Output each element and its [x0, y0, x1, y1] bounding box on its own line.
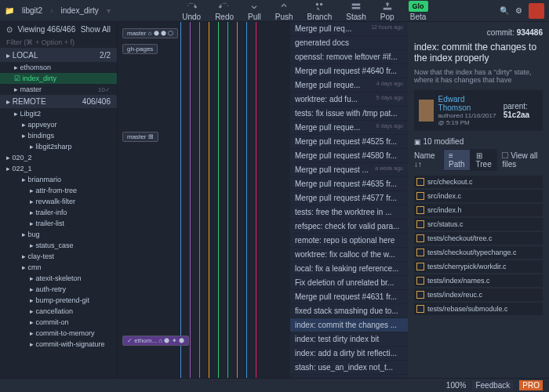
- filter-input[interactable]: Filter (⌘ + Option + f): [0, 37, 117, 49]
- file-row[interactable]: tests/checkout/typechange.c: [414, 246, 543, 259]
- file-row[interactable]: src/checkout.c: [414, 176, 543, 188]
- branch-tag[interactable]: ✓ ethom... ⌂ ⬣ ✦ ⬢: [122, 336, 189, 346]
- feedback-button[interactable]: Feedback: [472, 380, 513, 390]
- tree-item[interactable]: ▸ Libgit2: [0, 108, 117, 119]
- commit-row[interactable]: worktree: fix calloc of the w...: [290, 248, 408, 262]
- commit-row[interactable]: openssl: remove leftover #if...: [290, 50, 408, 64]
- status-bar: 100% Feedback PRO: [0, 378, 549, 392]
- pull-button[interactable]: Pull: [243, 0, 266, 23]
- branch-tag[interactable]: master ⊞: [122, 132, 158, 142]
- file-row[interactable]: tests/cherrypick/workdir.c: [414, 260, 543, 273]
- branch-tag[interactable]: master ⌂ ⬣ ⬢ ⬡: [122, 28, 178, 38]
- breadcrumb: 📁 libgit2 › index_dirty ▾: [5, 5, 111, 16]
- pro-badge[interactable]: PRO: [519, 380, 543, 390]
- commit-row[interactable]: Merge pull request #4577 fr...: [290, 191, 408, 205]
- commit-row[interactable]: index: add a dirty bit reflecti...: [290, 347, 408, 361]
- tree-item[interactable]: ▸ atexit-skeleton: [0, 273, 117, 284]
- tree-item[interactable]: ▸ appveyor: [0, 119, 117, 130]
- commit-row[interactable]: Fix deletion of unrelated br...: [290, 276, 408, 290]
- commit-row[interactable]: tests: fix issue with /tmp pat...: [290, 107, 408, 121]
- file-row[interactable]: tests/index/names.c: [414, 274, 543, 287]
- settings-icon[interactable]: ⚙: [515, 6, 522, 15]
- commit-row[interactable]: Merge pull request #4580 fr...: [290, 149, 408, 163]
- user-avatar[interactable]: [529, 3, 544, 19]
- local-branch[interactable]: ▸ ethomson: [0, 62, 117, 73]
- branch-crumb[interactable]: index_dirty: [56, 5, 103, 16]
- tree-item[interactable]: ▸ trailer-list: [0, 218, 117, 229]
- author-name[interactable]: Edward Thomson: [438, 95, 499, 112]
- tree-item[interactable]: ▸ 020_2: [0, 152, 117, 163]
- file-row[interactable]: src/status.c: [414, 218, 543, 230]
- tree-item[interactable]: ▸ clay-test: [0, 251, 117, 262]
- author-avatar: [419, 100, 434, 122]
- branch-tag[interactable]: gh-pages: [122, 44, 158, 54]
- commit-row[interactable]: refspec: check for valid para...: [290, 220, 408, 234]
- sidebar: ⊙Viewing 466/466Show All Filter (⌘ + Opt…: [0, 22, 118, 378]
- pop-button[interactable]: Pop: [376, 0, 399, 23]
- file-icon: [416, 249, 424, 256]
- tree-item[interactable]: ▸ commit-to-memory: [0, 328, 117, 339]
- tree-item[interactable]: ▸ 022_1: [0, 163, 117, 174]
- commit-row[interactable]: fixed stack smashing due to...: [290, 304, 408, 318]
- file-row[interactable]: src/index.c: [414, 190, 543, 202]
- commit-row[interactable]: remote: repo is optional here: [290, 234, 408, 248]
- remote-header[interactable]: ▸ REMOTE406/406: [0, 95, 117, 108]
- local-branch[interactable]: ☑ index_dirty: [0, 73, 117, 84]
- commit-row[interactable]: Merge pull request #4631 fr...: [290, 290, 408, 304]
- repo-crumb[interactable]: libgit2: [17, 5, 47, 16]
- commit-row[interactable]: Merge pull req...12 hours ago: [290, 22, 408, 36]
- tree-item[interactable]: ▸ trailer-info: [0, 207, 117, 218]
- file-icon: [416, 263, 424, 270]
- tree-item[interactable]: ▸ cancellation: [0, 306, 117, 317]
- local-header[interactable]: ▸ LOCAL2/2: [0, 49, 117, 62]
- commit-row[interactable]: Merge pull request #4640 fr...: [290, 64, 408, 78]
- tree-item[interactable]: ▸ libgit2sharp: [0, 141, 117, 152]
- zoom[interactable]: 100%: [446, 381, 467, 390]
- tree-item[interactable]: ▸ bindings: [0, 130, 117, 141]
- file-icon: [416, 206, 424, 214]
- file-row[interactable]: tests/checkout/tree.c: [414, 232, 543, 245]
- file-row[interactable]: tests/index/reuc.c: [414, 289, 543, 301]
- branch-button[interactable]: Branch: [303, 0, 337, 23]
- stash-button[interactable]: Stash: [341, 0, 371, 23]
- commit-row[interactable]: Merge pull request #4525 fr...: [290, 135, 408, 149]
- show-all[interactable]: Show All: [81, 25, 111, 34]
- commit-row[interactable]: worktree: add fu...5 days ago: [290, 93, 408, 107]
- search-icon[interactable]: 🔍: [500, 6, 509, 15]
- tree-item[interactable]: ▸ brianmario: [0, 174, 117, 185]
- tree-item[interactable]: ▸ commit-with-signature: [0, 339, 117, 350]
- file-icon: [416, 234, 424, 242]
- commit-row[interactable]: index: commit the changes ...: [290, 318, 408, 332]
- commit-row[interactable]: stash: use_an_index not_t...: [290, 361, 408, 375]
- commit-row[interactable]: generated docs: [290, 36, 408, 50]
- commit-row[interactable]: Merge pull reque...6 days ago: [290, 121, 408, 135]
- tree-item[interactable]: ▸ auth-retry: [0, 284, 117, 295]
- redo-button[interactable]: Redo: [210, 0, 238, 23]
- commit-row[interactable]: Merge pull request ...a week ago: [290, 163, 408, 177]
- view-all-checkbox[interactable]: [502, 152, 508, 158]
- commit-row[interactable]: local: fix a leaking reference...: [290, 262, 408, 276]
- tree-item[interactable]: ▸ bump-pretend-git: [0, 295, 117, 306]
- commit-row[interactable]: Merge pull request #4635 fr...: [290, 177, 408, 191]
- commit-row[interactable]: tests: free the worktree in ...: [290, 205, 408, 220]
- push-button[interactable]: Push: [271, 0, 298, 23]
- commit-details: commit: 934486 index: commit the changes…: [408, 22, 549, 378]
- glo-button[interactable]: GloBeta: [404, 0, 433, 23]
- commit-row[interactable]: index: test dirty index bit: [290, 332, 408, 347]
- tree-item[interactable]: ▸ status_case: [0, 240, 117, 251]
- tree-item[interactable]: ▸ commit-on: [0, 317, 117, 328]
- tree-tab[interactable]: ⊞ Tree: [471, 150, 497, 170]
- file-icon: [416, 220, 424, 228]
- path-tab[interactable]: ≡ Path: [444, 150, 470, 170]
- toolbar: Undo Redo Pull Push Branch Stash Pop Glo…: [177, 0, 432, 23]
- tree-item[interactable]: ▸ attr-from-tree: [0, 185, 117, 196]
- local-branch[interactable]: ▸ master10✓: [0, 84, 117, 95]
- undo-button[interactable]: Undo: [177, 0, 205, 23]
- tree-item[interactable]: ▸ cmn: [0, 262, 117, 273]
- tree-item[interactable]: ▸ bug: [0, 229, 117, 240]
- file-row[interactable]: src/index.h: [414, 204, 543, 216]
- commit-row[interactable]: Merge pull reque...4 days ago: [290, 78, 408, 93]
- tree-item[interactable]: ▸ revwalk-filter: [0, 196, 117, 207]
- folder-icon: 📁: [5, 6, 14, 15]
- file-row[interactable]: tests/rebase/submodule.c: [414, 303, 543, 315]
